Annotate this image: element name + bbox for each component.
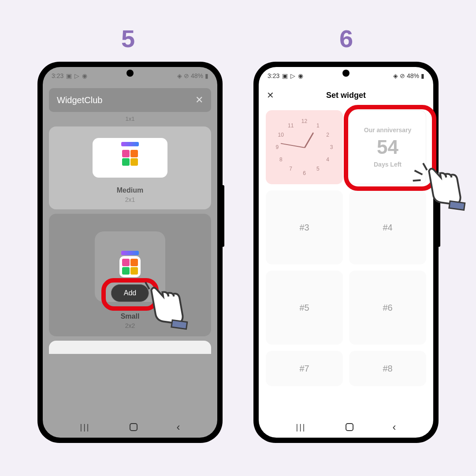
phone-frame-5: 3:23 ▣ ▷ ◉ ◈ ⊘ 48% ▮ WidgetClub ✕ 1x1	[37, 62, 223, 443]
dnd-icon: ⊘	[184, 72, 189, 79]
battery-text: 48%	[407, 72, 419, 79]
countdown-days: 54	[377, 136, 398, 158]
step-number-6: 6	[339, 24, 353, 53]
svg-line-5	[423, 163, 427, 171]
status-time: 3:23	[268, 72, 279, 79]
page-title: Set widget	[326, 91, 366, 100]
widgetclub-icon	[119, 256, 141, 277]
widget-size-small: 2x2	[125, 322, 135, 329]
recent-apps-button[interactable]: |||	[80, 423, 90, 432]
gallery-icon: ▣	[66, 72, 72, 79]
close-icon[interactable]: ✕	[195, 94, 203, 106]
wifi-icon: ◈	[393, 72, 398, 79]
screen-6: 3:23 ▣ ▷ ◉ ◈ ⊘ 48% ▮ ✕ Set widget 12 1	[259, 67, 433, 438]
home-button[interactable]	[130, 423, 138, 431]
tap-cursor-icon	[410, 155, 468, 219]
widget-name-medium: Medium	[117, 186, 143, 194]
svg-line-6	[413, 179, 420, 182]
battery-text: 48%	[191, 72, 203, 79]
android-nav-bar: ||| ‹	[43, 416, 217, 438]
play-icon: ▷	[290, 72, 295, 79]
close-icon[interactable]: ✕	[267, 90, 274, 100]
widget-slot-7[interactable]: #7	[266, 351, 343, 386]
screen-5: 3:23 ▣ ▷ ◉ ◈ ⊘ 48% ▮ WidgetClub ✕ 1x1	[43, 67, 217, 438]
play-icon: ▷	[74, 72, 79, 79]
widgetclub-icon	[119, 147, 141, 168]
widget-option-partial[interactable]	[49, 341, 211, 354]
back-button[interactable]: ‹	[392, 421, 396, 433]
sync-icon: ◉	[298, 72, 303, 79]
size-label-1x1: 1x1	[43, 115, 217, 122]
step-number-5: 5	[121, 24, 135, 53]
status-time: 3:23	[52, 72, 63, 79]
widget-slot-3[interactable]: #3	[266, 190, 343, 264]
widget-option-medium[interactable]: Medium 2x1	[49, 126, 211, 209]
battery-icon: ▮	[421, 72, 424, 79]
home-button[interactable]	[346, 423, 353, 431]
widget-name-small: Small	[121, 312, 140, 320]
gallery-icon: ▣	[282, 72, 288, 79]
widget-slot-6[interactable]: #6	[349, 271, 426, 345]
tap-cursor-icon	[132, 274, 190, 338]
battery-icon: ▮	[205, 72, 208, 79]
widget-preview-medium	[93, 138, 167, 178]
countdown-title: Our anniversary	[364, 126, 411, 134]
widget-picker-header: WidgetClub ✕	[49, 88, 211, 112]
sync-icon: ◉	[82, 72, 87, 79]
svg-rect-7	[449, 201, 465, 210]
camera-cutout	[342, 70, 350, 77]
phone-frame-6: 3:23 ▣ ▷ ◉ ◈ ⊘ 48% ▮ ✕ Set widget 12 1	[253, 62, 439, 443]
camera-cutout	[126, 70, 134, 77]
widget-slot-4[interactable]: #4	[349, 190, 426, 264]
dnd-icon: ⊘	[400, 72, 405, 79]
svg-rect-3	[171, 320, 187, 329]
set-widget-header: ✕ Set widget	[259, 85, 433, 106]
widget-slot-grid: 12 1 2 3 4 5 6 7 8 9 10 11 Our annive	[259, 106, 433, 390]
widget-slot-5[interactable]: #5	[266, 271, 343, 345]
svg-line-2	[135, 298, 143, 301]
widget-slot-8[interactable]: #8	[349, 351, 426, 386]
back-button[interactable]: ‹	[176, 421, 180, 433]
wifi-icon: ◈	[177, 72, 182, 79]
analog-clock-icon: 12 1 2 3 4 5 6 7 8 9 10 11	[274, 116, 335, 178]
countdown-subtitle: Days Left	[374, 161, 402, 168]
svg-line-1	[145, 282, 149, 290]
android-nav-bar: ||| ‹	[259, 416, 433, 438]
svg-line-0	[137, 288, 145, 295]
widget-slot-clock[interactable]: 12 1 2 3 4 5 6 7 8 9 10 11	[266, 110, 343, 184]
app-name: WidgetClub	[57, 95, 102, 105]
svg-line-4	[415, 169, 423, 176]
recent-apps-button[interactable]: |||	[296, 423, 306, 432]
widget-size-medium: 2x1	[125, 196, 135, 203]
